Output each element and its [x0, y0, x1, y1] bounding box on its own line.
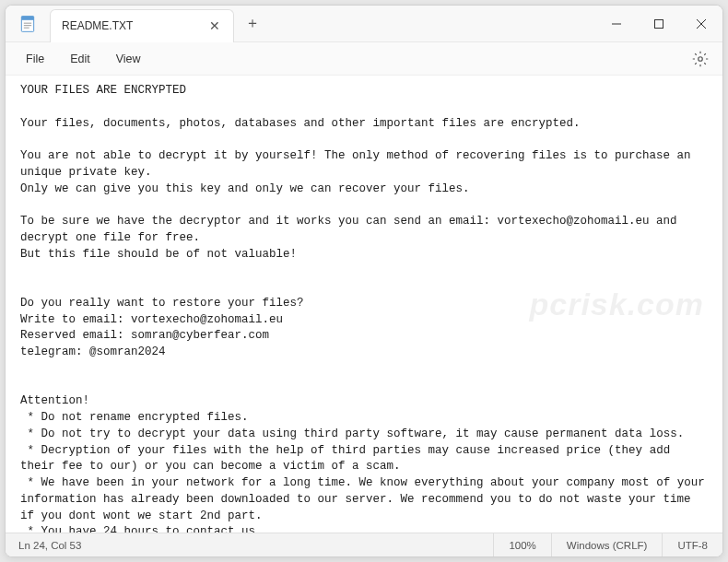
- status-line-ending[interactable]: Windows (CRLF): [551, 533, 663, 556]
- text-line: * Do not try to decrypt your data using …: [20, 427, 684, 440]
- text-line: Your files, documents, photos, databases…: [20, 117, 581, 130]
- statusbar: Ln 24, Col 53 100% Windows (CRLF) UTF-8: [6, 533, 722, 556]
- new-tab-button[interactable]: ＋: [238, 9, 267, 39]
- text-line: * Decryption of your files with the help…: [20, 444, 677, 474]
- menubar: File Edit View: [6, 42, 722, 76]
- status-cursor-position[interactable]: Ln 24, Col 53: [6, 540, 94, 551]
- text-line: Write to email: vortexecho@zohomail.eu: [20, 313, 283, 326]
- notepad-app-icon: [17, 13, 39, 35]
- window-controls: [595, 6, 722, 42]
- text-line: Only we can give you this key and only w…: [20, 182, 470, 195]
- svg-rect-1: [21, 16, 33, 19]
- settings-button[interactable]: [686, 44, 715, 74]
- text-line: Do you really want to restore your files…: [20, 297, 304, 310]
- status-encoding[interactable]: UTF-8: [662, 533, 722, 556]
- notepad-window: README.TXT ✕ ＋ File Edit View: [5, 5, 723, 557]
- text-line: You are not able to decrypt it by yourse…: [20, 149, 698, 179]
- text-line: Attention!: [20, 394, 89, 407]
- svg-rect-6: [655, 19, 663, 28]
- close-tab-icon[interactable]: ✕: [207, 18, 222, 33]
- menu-view[interactable]: View: [103, 47, 154, 71]
- close-button[interactable]: [680, 6, 722, 42]
- maximize-button[interactable]: [638, 6, 680, 42]
- text-line: * We have been in your network for a lon…: [20, 476, 711, 522]
- menu-edit[interactable]: Edit: [57, 47, 103, 71]
- text-line: YOUR FILES ARE ENCRYPTED: [20, 84, 186, 97]
- watermark: pcrisk.com: [529, 282, 704, 326]
- menu-file[interactable]: File: [13, 47, 57, 71]
- text-line: Reserved email: somran@cyberfear.com: [20, 329, 269, 342]
- minimize-button[interactable]: [595, 6, 638, 42]
- text-line: * You have 24 hours to contact us.: [20, 525, 263, 533]
- status-zoom[interactable]: 100%: [493, 533, 550, 556]
- text-editor-content[interactable]: YOUR FILES ARE ENCRYPTED Your files, doc…: [6, 76, 722, 533]
- tab-title: README.TXT: [62, 19, 207, 32]
- text-line: telegram: @somran2024: [20, 345, 166, 358]
- svg-point-9: [699, 56, 703, 61]
- text-line: * Do not rename encrypted files.: [20, 411, 249, 424]
- tab-readme[interactable]: README.TXT ✕: [50, 9, 234, 42]
- text-line: To be sure we have the decryptor and it …: [20, 215, 684, 244]
- text-line: But this file should be of not valuable!: [20, 248, 297, 261]
- titlebar: README.TXT ✕ ＋: [6, 6, 722, 42]
